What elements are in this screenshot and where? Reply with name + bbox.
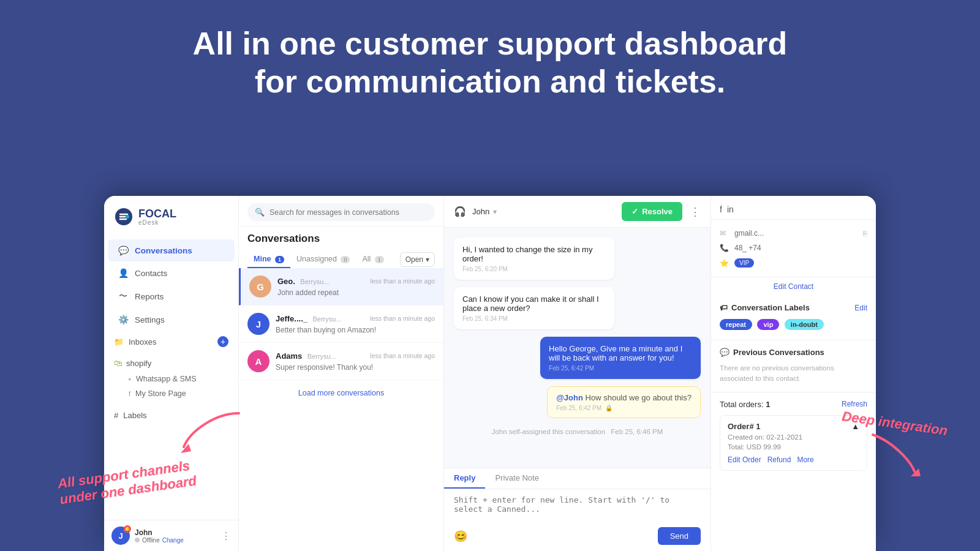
linkedin-icon: in [727, 204, 734, 214]
contacts-icon: 👤 [118, 268, 129, 278]
chat-input-area: Reply Private Note 😊 Send [444, 468, 710, 551]
resolve-button[interactable]: ✓ Resolve [622, 202, 682, 221]
conv-top-row-0: Geo. Berrysu... less than a minute ago [277, 276, 435, 287]
refund-button[interactable]: Refund [767, 455, 791, 464]
message-text-2: Hello George, Give me a minute and I wil… [549, 344, 692, 362]
tab-unassigned[interactable]: Unassigned 0 [290, 251, 356, 268]
refresh-button[interactable]: Refresh [842, 400, 867, 408]
headset-icon: 🎧 [454, 206, 466, 217]
chevron-down-icon[interactable]: ▾ [493, 208, 497, 216]
edit-order-button[interactable]: Edit Order [728, 455, 761, 464]
message-text-3: @John How should we go about this? [556, 393, 692, 402]
conv-preview-0: John added repeat [277, 288, 435, 297]
more-order-button[interactable]: More [797, 455, 813, 464]
conversations-label: Conversations [135, 246, 192, 255]
message-0: Hi, I wanted to change the size in my or… [454, 238, 614, 280]
label-chips: repeat vip in-doubt [720, 318, 867, 332]
chat-header-left: 🎧 John ▾ [454, 206, 497, 217]
tab-all[interactable]: All 1 [356, 251, 390, 268]
sidebar-item-reports[interactable]: 〜 Reports [108, 285, 235, 308]
load-more-button[interactable]: Load more conversations [239, 380, 443, 406]
labels-label: Labels [123, 411, 146, 420]
message-2: Hello George, Give me a minute and I wil… [540, 337, 701, 379]
add-inbox-button[interactable]: + [217, 336, 228, 347]
conversation-list: G Geo. Berrysu... less than a minute ago… [239, 268, 443, 551]
logo-text: FOCAL [138, 208, 176, 219]
chat-header-right: ✓ Resolve ⋮ [622, 202, 701, 221]
notification-badge: 🔔 [124, 525, 131, 533]
message-text-1: Can I know if you can make it or shall I… [462, 294, 606, 313]
labels-title: 🏷 Conversation Labels [720, 303, 810, 312]
inboxes-label: Inboxes [129, 337, 157, 347]
settings-icon: ⚙️ [118, 315, 129, 324]
folder-icon: 📁 [114, 337, 124, 347]
label-chip-repeat: repeat [720, 319, 752, 330]
status-label: Open [405, 255, 423, 264]
change-link[interactable]: Change [162, 537, 184, 544]
conv-item-2[interactable]: A Adams Berrysu... less than a minute ag… [239, 343, 443, 380]
offline-status: Offline Change [135, 537, 184, 544]
logo-sub: eDesk [138, 219, 176, 226]
mystore-label: My Store Page [135, 389, 186, 398]
more-options-button[interactable]: ⋮ [690, 205, 701, 219]
message-time-2: Feb 25, 6:42 PM [549, 365, 692, 372]
chevron-down-icon: ▾ [426, 255, 429, 264]
hero-line2: for communication and tickets. [255, 64, 726, 99]
avatar-2: A [247, 350, 270, 372]
conversations-title: Conversations [247, 233, 435, 245]
reply-tab[interactable]: Reply [444, 468, 485, 489]
expand-icon[interactable]: ▲ [851, 422, 859, 431]
copy-icon: ⎘ [863, 230, 867, 237]
system-text-4: John self-assigned this conversation [492, 428, 605, 435]
sidebar-item-settings[interactable]: ⚙️ Settings [108, 309, 235, 331]
phone-value: 48_ +74 [734, 244, 761, 252]
mine-badge: 1 [275, 256, 284, 263]
conversation-labels-section: 🏷 Conversation Labels Edit repeat vip in… [711, 296, 876, 340]
reports-label: Reports [135, 292, 164, 301]
send-button[interactable]: Send [658, 527, 701, 545]
order-title: Order# 1 [728, 422, 760, 431]
chat-input[interactable] [444, 489, 710, 520]
hash-icon: # [114, 411, 118, 420]
sidebar-item-whatsapp[interactable]: ▪ Whatsapp & SMS [114, 372, 228, 386]
user-initial: J [118, 531, 123, 541]
mention-text: @John [556, 393, 583, 402]
whatsapp-icon: ▪ [129, 375, 131, 383]
chat-icon: 💬 [720, 348, 729, 357]
conversations-panel: 🔍 Conversations Mine 1 Unassigned 0 All … [239, 196, 444, 551]
edit-contact-button[interactable]: Edit Contact [711, 277, 876, 296]
shopify-section: 🛍 shopify ▪ Whatsapp & SMS f My Store Pa… [104, 352, 238, 403]
user-name: John [135, 528, 184, 537]
conv-source-1: Berrysu... [312, 315, 341, 323]
search-input[interactable] [270, 208, 428, 217]
tab-mine[interactable]: Mine 1 [247, 251, 290, 268]
labels-section: # Labels [104, 403, 238, 427]
conv-item-1[interactable]: J Jeffe...._ Berrysu... less than a minu… [239, 305, 443, 343]
conv-item-0[interactable]: G Geo. Berrysu... less than a minute ago… [239, 268, 443, 305]
search-icon: 🔍 [255, 208, 265, 217]
sidebar-item-mystore[interactable]: f My Store Page [114, 386, 228, 401]
order-total: Total: USD 99.99 [728, 443, 859, 451]
sidebar-nav: 💬 Conversations 👤 Contacts 〜 Reports ⚙️ … [104, 234, 238, 520]
private-note-tab[interactable]: Private Note [485, 468, 549, 489]
labels-edit-button[interactable]: Edit [854, 304, 867, 312]
agent-name: John [472, 207, 489, 216]
user-menu-button[interactable]: ⋮ [221, 530, 231, 542]
status-dropdown[interactable]: Open ▾ [400, 252, 435, 267]
label-chip-indoubt: in-doubt [785, 319, 824, 330]
svg-marker-3 [911, 468, 921, 476]
conv-body-0: Geo. Berrysu... less than a minute ago J… [277, 276, 435, 297]
conversations-icon: 💬 [118, 246, 129, 255]
conv-top-row-2: Adams Berrysu... less than a minute ago [276, 350, 435, 361]
orders-section: Total orders: 1 Refresh Order# 1 ▲ Creat… [711, 392, 876, 478]
sidebar-item-conversations[interactable]: 💬 Conversations [108, 239, 235, 261]
conversations-header: Conversations Mine 1 Unassigned 0 All 1 … [239, 227, 443, 268]
order-actions: Edit Order Refund More [728, 455, 859, 464]
emoji-button[interactable]: 😊 [454, 530, 467, 543]
sidebar-item-contacts[interactable]: 👤 Contacts [108, 262, 235, 284]
shopify-label: shopify [126, 359, 151, 368]
hero-section: All in one customer support dashboard fo… [0, 0, 980, 119]
star-icon: ⭐ [720, 259, 729, 268]
system-message-4: John self-assigned this conversation Feb… [454, 425, 701, 438]
conv-name-2: Adams [276, 351, 302, 361]
